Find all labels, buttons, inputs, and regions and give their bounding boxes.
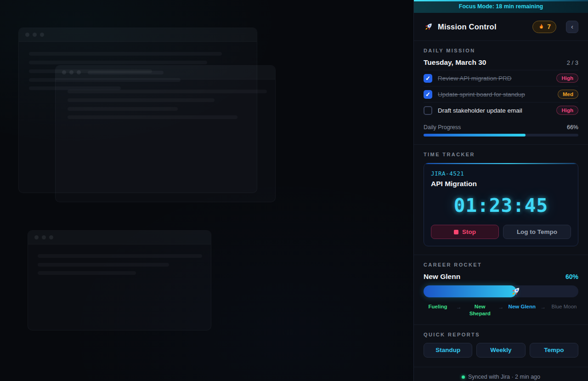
window-dot-icon [49,235,53,239]
stop-timer-button[interactable]: Stop [431,225,499,239]
task-checkbox-checked[interactable]: ✓ [424,90,432,99]
check-icon: ✓ [425,75,430,82]
streak-count: 7 [547,23,551,30]
task-label: Update sprint board for standup [438,91,552,98]
tempo-report-button[interactable]: Tempo [530,343,578,358]
ghost-window-3 [28,230,211,330]
arrow-right-icon: → [540,303,546,310]
skeleton-line [29,52,222,56]
daily-progress-label: Daily Progress [424,124,461,131]
time-tracker-label: TIME TRACKER [424,152,578,157]
ghost-window-1-titlebar [19,28,257,42]
skeleton-line [88,71,164,74]
chevron-left-icon: ‹ [571,23,573,30]
focus-mode-bar: Focus Mode: 18 min remaining [414,0,588,13]
daily-mission-section: DAILY MISSION Tuesday, March 30 2 / 3 ✓ … [414,40,588,144]
focus-mode-text: Focus Mode: 18 min remaining [459,3,543,10]
window-dot-icon [77,70,81,74]
daily-progress-track [424,134,578,136]
skeleton-line [38,263,169,267]
task-row[interactable]: Draft stakeholder update email High [424,102,578,118]
window-dot-icon [33,33,37,37]
window-dot-icon [34,235,39,239]
desktop-background [0,0,413,381]
sync-status-text: Synced with Jira · 2 min ago [468,374,540,380]
career-level-row: New Glenn 60% [424,273,578,281]
timer-card: JIRA-4521 API Migration 01:23:45 Stop Lo… [424,163,578,246]
sync-status-dot-icon [462,375,465,379]
stage-label: New Shepard [466,303,494,317]
task-label: Draft stakeholder update email [438,107,551,114]
check-icon: ✓ [425,91,430,98]
time-tracker-section: TIME TRACKER JIRA-4521 API Migration 01:… [414,144,588,255]
task-label: Review API migration PRD [438,75,551,82]
skeleton-line [38,254,202,258]
career-rocket-section: CAREER ROCKET New Glenn 60% Fue [414,255,588,324]
task-checkbox-unchecked[interactable] [424,106,432,115]
daily-progress-value: 66% [567,124,578,131]
task-row[interactable]: ✓ Update sprint board for standup Med [424,86,578,102]
task-count: 2 / 3 [567,59,578,66]
rocket-progress-icon [510,286,521,297]
window-dot-icon [40,33,44,37]
stage-label: New Glenn [508,303,536,310]
report-buttons: Standup Weekly Tempo [424,343,578,358]
career-progress-track [424,285,578,297]
stage-label: Blue Moon [550,303,578,310]
window-dot-icon [62,70,66,74]
jira-ticket-key: JIRA-4521 [431,170,571,177]
stop-icon [454,230,458,234]
career-stages: Fueling → New Shepard → New Glenn → Blue… [424,303,578,317]
task-row[interactable]: ✓ Review API migration PRD High [424,70,578,86]
skeleton-line [68,115,237,119]
skeleton-line [29,61,207,64]
ghost-window-3-titlebar [28,231,211,245]
priority-badge: High [556,106,578,115]
ghost-window-2-titlebar [56,66,275,80]
standup-report-button[interactable]: Standup [424,343,472,358]
priority-badge: High [556,74,578,83]
panel-title: Mission Control [438,23,497,31]
timer-buttons: Stop Log to Tempo [431,225,571,239]
date-row: Tuesday, March 30 2 / 3 [424,58,578,67]
mission-date: Tuesday, March 30 [424,58,486,67]
stop-button-label: Stop [462,228,476,235]
arrow-right-icon: → [456,303,462,310]
daily-mission-label: DAILY MISSION [424,48,578,53]
timer-display: 01:23:45 [431,194,571,216]
collapse-panel-button[interactable]: ‹ [566,21,578,33]
career-level-name: New Glenn [424,273,460,281]
daily-progress-row: Daily Progress 66% [424,124,578,131]
log-button-label: Log to Tempo [517,228,557,235]
tracked-task-name: API Migration [431,180,571,188]
skeleton-line [68,98,215,102]
career-progress-fill [424,285,516,297]
window-dot-icon [25,33,29,37]
log-to-tempo-button[interactable]: Log to Tempo [503,225,571,239]
skeleton-line [68,90,267,93]
skeleton-line [68,107,178,111]
skeleton-line [38,271,136,275]
quick-reports-section: QUICK REPORTS Standup Weekly Tempo [414,324,588,367]
task-checkbox-checked[interactable]: ✓ [424,74,432,83]
flame-icon [538,23,545,30]
streak-badge: 7 [532,21,556,33]
daily-progress-fill [424,134,526,136]
rocket-icon [424,22,434,32]
panel-header: Mission Control 7 ‹ [414,13,588,40]
sync-status-bar: Synced with Jira · 2 min ago [414,367,588,381]
ghost-window-2 [55,65,276,202]
mission-control-panel: Focus Mode: 18 min remaining Mission Con… [413,0,588,381]
window-dot-icon [69,70,74,74]
career-rocket-label: CAREER ROCKET [424,262,578,267]
stage-label: Fueling [424,303,452,310]
career-progress-value: 60% [565,273,578,280]
quick-reports-label: QUICK REPORTS [424,332,578,337]
window-dot-icon [42,235,46,239]
priority-badge: Med [558,90,578,99]
arrow-right-icon: → [498,303,503,310]
weekly-report-button[interactable]: Weekly [476,343,525,358]
